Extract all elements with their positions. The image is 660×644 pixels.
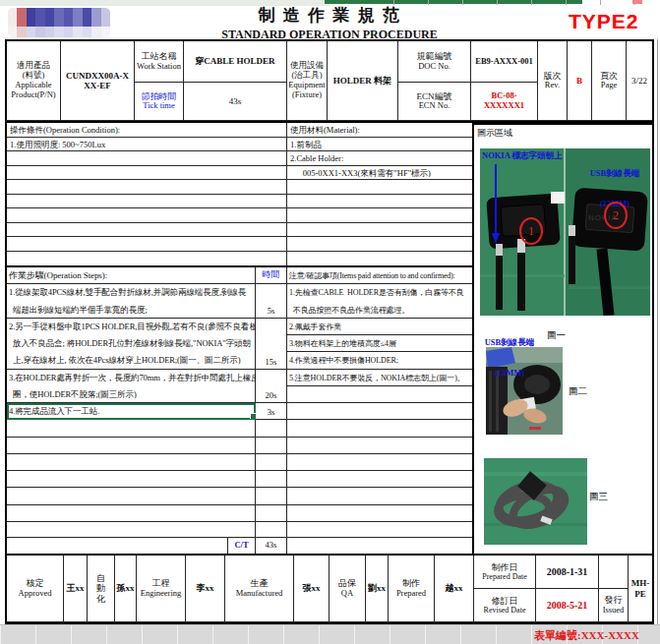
callout-circle-1: 1 (519, 217, 543, 245)
rev-value-cell: B (568, 41, 592, 121)
ecn-no-value-cell: BC-08-XXXXXX1 (471, 83, 538, 121)
attention-item-1: 1.先檢查CABLE HOLDER是否有刮傷，白霧等不良 不良品按照不良品作業流… (287, 284, 474, 319)
automation-label-cell: 自動化 (88, 556, 115, 622)
company-logo-blurred (8, 8, 110, 37)
attention-item-3: 3.物料在料架上的堆積高度≤4層 (287, 335, 474, 352)
photo-figure-1: NOKIA 標志字頭朝上 USB剝線長端 (13MM) NOKIA 1 2 (480, 148, 650, 316)
step-3-cell: 3.在HOLDER處再對折一次，長度約70mm，并在對折中間處扎上橡皮 圈，使H… (7, 370, 256, 404)
time-column: 時間 5s 15s 20s 3s (256, 267, 287, 539)
dept-cell: MH-PE (629, 556, 652, 622)
condition-column: 操作條件(Operation Condition): 1.使用照明度: 500~… (7, 123, 287, 265)
material-item: 1.前制品 (287, 138, 474, 152)
time-step-1: 5s (256, 284, 287, 319)
form-number: 表單編號:XXX-XXXX (534, 628, 639, 643)
page-value-cell: 3/22 (627, 41, 652, 121)
equipment-value-cell: HOLDER 料架 (328, 41, 398, 121)
automation-signature: 孫xx (115, 556, 137, 622)
prepared-label-cell: 制作 Prepared (389, 556, 435, 622)
figure-3-label: 圖三 (589, 491, 608, 503)
type2-badge: TYPE2 (569, 10, 639, 33)
manufactured-label-cell: 生產 Manufactured (225, 556, 294, 622)
title-block: 制 造 作 業 規 范 STANDARD OPERATION PROCEDURE (113, 4, 546, 42)
ecn-no-label-cell: ECN編號 ECN No. (398, 83, 471, 121)
callout-circle-2: 2 (604, 202, 628, 229)
material-column: 使用材料(Material): 1.前制品 2.Cable Holder: 00… (287, 123, 474, 265)
approved-signature: 王xx (64, 556, 88, 622)
page-label-cell: 頁次 Page (592, 41, 627, 121)
figure-3-graphic (484, 458, 587, 545)
steps-header-cell: 作業步驟(Operation Steps): (7, 267, 256, 284)
photo-figure-3 (484, 458, 587, 545)
ct-value-cell: 43s (256, 538, 287, 555)
approved-label-cell: 核定 Approved (7, 556, 64, 622)
issued-label-cell: 發行 Issued (599, 589, 629, 622)
qa-label-cell: 品保 QA (330, 556, 366, 622)
work-station-value-cell: 穿CABLE HOLDER (184, 41, 287, 83)
product-label-cell: 適用產品 (料號) Applicable Product(P/N) (7, 41, 61, 121)
material-header: 使用材料(Material): (287, 123, 474, 138)
figure-2-label: 圖二 (569, 385, 587, 398)
revised-date-value: 2008-5-21 (536, 589, 599, 622)
condition-material-section: 操作條件(Operation Condition): 1.使用照明度: 500~… (5, 123, 472, 265)
prepared-date-value: 2008-1-31 (536, 556, 599, 589)
right-margin-line (657, 39, 658, 624)
annotation-usb-strip-bottom: USB剝線長端 (13MM) (479, 318, 540, 398)
tick-time-label-cell: 節拍時間 Tick time (135, 83, 184, 121)
sop-document-page: 制 造 作 業 規 范 STANDARD OPERATION PROCEDURE… (0, 0, 660, 644)
engineering-label-cell: 工程 Engineering (137, 556, 186, 622)
steps-section: 作業步驟(Operation Steps): 1.從線架取4PCS線材,雙手配合… (5, 265, 472, 537)
doc-no-value-cell: EB9-AXXX-001 (471, 41, 538, 83)
page-title: 制 造 作 業 規 范 (113, 4, 546, 27)
steps-column: 作業步驟(Operation Steps): 1.從線架取4PCS線材,雙手配合… (7, 267, 256, 539)
time-header-cell: 時間 (256, 267, 287, 284)
ct-label-cell: C/T (228, 538, 256, 555)
attention-header-cell: 注意/確認事項(Items paid attention to and conf… (287, 267, 474, 284)
manufactured-signature: 張xx (294, 556, 330, 622)
attention-item-4: 4.作業過程中不要損傷HOLDER; (287, 352, 474, 369)
material-item: 005-0XX1-XX3(來料需有"HF"標示) (287, 166, 474, 181)
top-strip-red-mark (632, 0, 642, 4)
tick-time-value-cell: 43s (184, 83, 287, 121)
condition-header: 操作條件(Operation Condition): (7, 123, 286, 138)
annotation-nokia-orientation: NOKIA 標志字頭朝上 (482, 150, 572, 160)
attention-column: 注意/確認事項(Items paid attention to and conf… (287, 267, 474, 539)
time-step-3: 20s (256, 370, 287, 404)
qa-signature: 劉xx (366, 556, 389, 622)
attention-item-5: 5.注意HOLDER不要裝反，NOKIA標志朝上(圖一)。 (287, 370, 474, 386)
approval-table: 核定 Approved 王xx 自動化 孫xx 工程 Engineering 李… (5, 554, 654, 624)
time-step-2: 15s (256, 319, 287, 370)
prepared-date-label-cell: 制作日 Prepared Date (474, 556, 536, 589)
time-step-4: 3s (256, 403, 287, 420)
prepared-signature: 越xx (435, 556, 474, 622)
step-2-cell: 2.另一手從料盤中取1PCS HOLDER,目視外觀,若有不良(參照不良看板) … (7, 319, 256, 370)
figure-1-label: 圖一 (547, 329, 566, 342)
rev-label-cell: 版次 Rev. (538, 41, 568, 121)
revised-date-label-cell: 修訂日 Revised Date (474, 589, 536, 622)
doc-no-label-cell: 規範編號 DOC No. (398, 41, 471, 83)
equipment-label-cell: 使用設備 (治工具) Equipment (Fixture) (287, 41, 328, 121)
product-pn-cell: CUNDXX00A-XXX-EF (61, 41, 135, 121)
issued-spacer-cell (599, 556, 629, 589)
illustration-pane: 圖示區域 (472, 123, 654, 554)
illustration-header: 圖示區域 (477, 127, 512, 140)
info-table: 適用產品 (料號) Applicable Product(P/N) CUNDXX… (5, 39, 654, 123)
cycle-time-row: C/T 43s (5, 537, 472, 554)
material-item: 2.Cable Holder: (287, 151, 474, 166)
work-station-label-cell: 工站名稱 Work Station (135, 41, 184, 83)
attention-item-2: 2.佩戴手套作業 (287, 319, 474, 335)
bottom-strip: 表單編號:XXX-XXXX (0, 624, 660, 644)
step-1-cell: 1.從線架取4PCS線材,雙手配合對折線材,并調節兩線端長度,剝線長 端超出剝線… (7, 284, 256, 319)
condition-item: 1.使用照明度: 500~750Lux (7, 138, 286, 152)
engineering-signature: 李xx (186, 556, 225, 622)
step-4-cell-selected[interactable]: 4.將完成品流入下一工站. (7, 403, 256, 420)
